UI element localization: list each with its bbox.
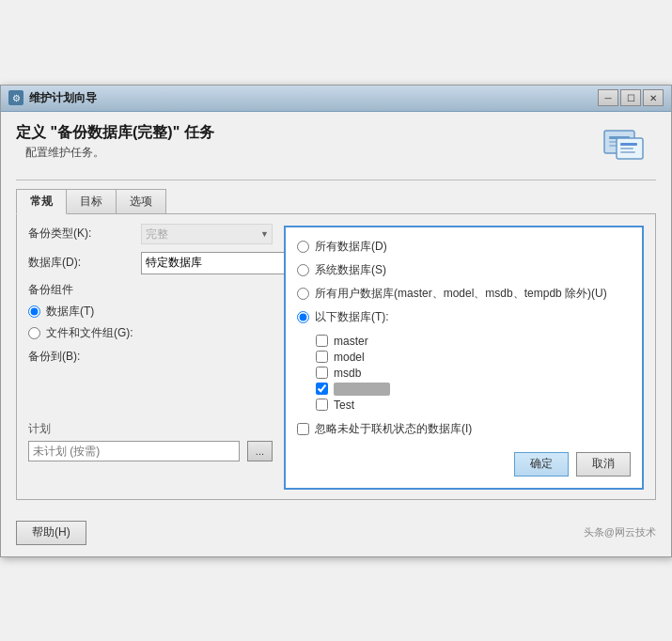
database-label: 数据库(D): <box>28 255 141 271</box>
close-button[interactable]: ✕ <box>643 89 664 106</box>
backup-component-group: 数据库(T) 文件和文件组(G): <box>28 304 273 341</box>
title-bar: ⚙ 维护计划向导 ─ ☐ ✕ <box>1 86 671 112</box>
radio-all-user-db[interactable]: 所有用户数据库(master、model、msdb、tempdb 除外)(U) <box>297 286 631 302</box>
ignore-offline-checkbox[interactable] <box>297 423 309 435</box>
tab-general[interactable]: 常规 <box>16 189 67 214</box>
content-area: 定义 "备份数据库(完整)" 任务 配置维护任务。 常规 <box>1 112 671 511</box>
system-db-label[interactable]: 系统数据库(S) <box>315 262 386 278</box>
database-dropdown-panel: 所有数据库(D) 系统数据库(S) 所有用户数据库(master、model、m… <box>284 226 644 490</box>
schedule-area: 计划 ... <box>28 421 273 461</box>
svg-rect-6 <box>620 148 633 149</box>
db-checkbox-blurred[interactable] <box>316 383 631 396</box>
msdb-label: msdb <box>334 367 361 380</box>
schedule-row: ... <box>28 441 273 461</box>
header-divider <box>16 180 656 180</box>
db-checkbox-msdb[interactable]: msdb <box>316 367 631 380</box>
model-checkbox[interactable] <box>316 351 328 363</box>
radio-filegroup[interactable]: 文件和文件组(G): <box>28 325 273 341</box>
blurred-db-checkbox[interactable] <box>316 383 328 395</box>
backup-type-label: 备份类型(K): <box>28 226 141 242</box>
minimize-button[interactable]: ─ <box>598 89 618 106</box>
svg-rect-5 <box>620 143 637 146</box>
backup-type-select-wrapper[interactable]: 完整 <box>141 224 273 244</box>
confirm-button[interactable]: 确定 <box>514 452 569 477</box>
help-button[interactable]: 帮助(H) <box>16 521 86 545</box>
schedule-input[interactable] <box>28 441 240 461</box>
blurred-db-label <box>334 383 390 396</box>
radio-system-db[interactable]: 系统数据库(S) <box>297 262 631 278</box>
restore-button[interactable]: ☐ <box>620 89 641 106</box>
model-label: model <box>334 351 365 364</box>
radio-all-db[interactable]: 所有数据库(D) <box>297 239 631 255</box>
sub-title: 配置维护任务。 <box>25 145 600 161</box>
watermark: 头条@网云技术 <box>584 525 656 539</box>
cancel-button-panel[interactable]: 取消 <box>576 452 631 477</box>
specific-db-label[interactable]: 以下数据库(T): <box>315 309 389 325</box>
tab-content: 备份类型(K): 完整 数据库(D): <box>16 213 656 500</box>
database-input[interactable] <box>141 252 291 274</box>
all-db-label[interactable]: 所有数据库(D) <box>315 239 387 255</box>
footer-left: 帮助(H) <box>16 521 86 545</box>
backup-type-control: 完整 <box>141 224 273 244</box>
main-title: 定义 "备份数据库(完整)" 任务 <box>16 123 600 143</box>
header-section: 定义 "备份数据库(完整)" 任务 配置维护任务。 <box>16 123 656 170</box>
two-column-layout: 备份类型(K): 完整 数据库(D): <box>28 224 644 490</box>
schedule-section-label: 计划 <box>28 421 273 437</box>
header-text: 定义 "备份数据库(完整)" 任务 配置维护任务。 <box>16 123 600 161</box>
right-column: 所有数据库(D) 系统数据库(S) 所有用户数据库(master、model、m… <box>284 224 644 490</box>
test-label: Test <box>334 399 354 412</box>
schedule-button[interactable]: ... <box>247 441 273 461</box>
backup-to-label: 备份到(B): <box>28 349 141 365</box>
all-user-db-radio[interactable] <box>297 288 309 300</box>
filegroup-radio-input[interactable] <box>28 327 40 339</box>
main-window: ⚙ 维护计划向导 ─ ☐ ✕ 定义 "备份数据库(完整)" 任务 配置维护任务。 <box>0 85 672 557</box>
ignore-offline-label[interactable]: 忽略未处于联机状态的数据库(I) <box>315 421 472 437</box>
footer: 帮助(H) 头条@网云技术 <box>1 511 671 556</box>
title-bar-buttons: ─ ☐ ✕ <box>598 89 664 106</box>
radio-specific-db[interactable]: 以下数据库(T): <box>297 309 631 325</box>
db-selection-group: 所有数据库(D) 系统数据库(S) 所有用户数据库(master、model、m… <box>297 239 631 325</box>
database-radio-input[interactable] <box>28 305 40 318</box>
filegroup-radio-label[interactable]: 文件和文件组(G): <box>46 325 133 341</box>
specific-db-radio[interactable] <box>297 311 309 323</box>
db-checkbox-test[interactable]: Test <box>316 399 631 412</box>
all-db-radio[interactable] <box>297 241 309 253</box>
footer-right: 头条@网云技术 <box>584 525 656 539</box>
radio-database[interactable]: 数据库(T) <box>28 304 273 320</box>
master-label: master <box>334 335 368 348</box>
db-checkbox-model[interactable]: model <box>316 351 631 364</box>
all-user-db-label[interactable]: 所有用户数据库(master、model、msdb、tempdb 除外)(U) <box>315 286 607 302</box>
system-db-radio[interactable] <box>297 264 309 276</box>
header-icon <box>600 123 656 170</box>
panel-buttons: 确定 取消 <box>297 452 631 477</box>
ignore-offline-row[interactable]: 忽略未处于联机状态的数据库(I) <box>297 421 631 437</box>
tab-target[interactable]: 目标 <box>66 189 117 214</box>
tabs-bar: 常规 目标 选项 <box>16 188 656 213</box>
backup-component-label: 备份组件 <box>28 282 273 298</box>
window-title: 维护计划向导 <box>29 90 598 106</box>
backup-type-row: 备份类型(K): 完整 <box>28 224 273 244</box>
master-checkbox[interactable] <box>316 335 328 347</box>
database-radio-label[interactable]: 数据库(T) <box>46 304 94 320</box>
backup-type-select[interactable]: 完整 <box>141 224 273 244</box>
database-checkbox-list: master model msdb <box>316 335 631 412</box>
database-row: 数据库(D): ▼ <box>28 252 273 274</box>
svg-rect-7 <box>620 151 635 153</box>
db-checkbox-master[interactable]: master <box>316 335 631 348</box>
backup-to-row: 备份到(B): <box>28 349 273 365</box>
left-column: 备份类型(K): 完整 数据库(D): <box>28 224 273 490</box>
test-checkbox[interactable] <box>316 399 328 411</box>
tab-options[interactable]: 选项 <box>116 189 166 214</box>
window-icon: ⚙ <box>8 90 23 105</box>
msdb-checkbox[interactable] <box>316 367 328 379</box>
